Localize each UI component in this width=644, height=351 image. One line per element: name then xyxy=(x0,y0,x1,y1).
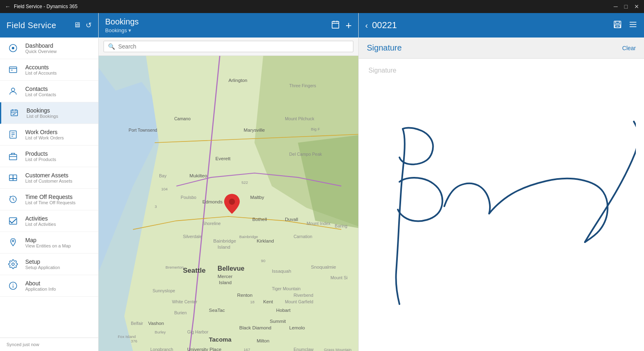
save-icon[interactable] xyxy=(613,20,622,31)
signature-label: Signature xyxy=(368,67,397,74)
svg-rect-2 xyxy=(9,67,17,73)
map-icon xyxy=(7,236,20,249)
sidebar-item-activities[interactable]: Activities List of Activities xyxy=(0,210,98,232)
sidebar-item-bookings[interactable]: Bookings List of Bookings xyxy=(0,102,98,124)
svg-text:Shoreline: Shoreline xyxy=(203,221,221,226)
svg-text:Mount Index: Mount Index xyxy=(307,221,331,226)
svg-text:3: 3 xyxy=(155,204,157,209)
customerassets-icon xyxy=(7,171,20,184)
sidebar-item-timeoff[interactable]: Time Off Requests List of Time Off Reque… xyxy=(0,189,98,210)
setup-icon xyxy=(7,258,20,271)
signature-canvas[interactable]: Signature xyxy=(359,59,644,351)
products-label: Products xyxy=(25,150,56,157)
titlebar-back-btn[interactable]: ← xyxy=(5,3,11,10)
sync-status: Synced just now xyxy=(7,342,39,347)
sidebar-item-dashboard[interactable]: Dashboard Quick Overview xyxy=(0,38,98,59)
svg-text:Big F: Big F xyxy=(311,127,320,131)
bookings-icon xyxy=(8,106,21,119)
svg-point-103 xyxy=(229,199,235,205)
map-container[interactable]: Port Townsend Camano Arlington Three Fin… xyxy=(99,56,358,351)
svg-text:Kent: Kent xyxy=(263,299,273,304)
svg-point-5 xyxy=(11,88,15,91)
minimize-btn[interactable]: ─ xyxy=(614,3,618,10)
timeoff-sublabel: List of Time Off Requests xyxy=(25,200,75,205)
search-icon: 🔍 xyxy=(108,43,115,50)
svg-rect-105 xyxy=(615,21,619,23)
sidebar-item-setup[interactable]: Setup Setup Application xyxy=(0,254,98,275)
about-icon xyxy=(7,279,20,292)
svg-text:Island: Island xyxy=(218,244,230,249)
sidebar-item-customerassets[interactable]: Customer Assets List of Customer Assets xyxy=(0,167,98,189)
search-bar: 🔍 xyxy=(99,38,358,56)
svg-point-31 xyxy=(13,284,13,285)
activities-icon xyxy=(7,214,20,227)
middle-title: Bookings xyxy=(105,17,139,26)
svg-text:Burley: Burley xyxy=(155,330,166,334)
accounts-icon xyxy=(7,63,20,76)
svg-text:Island: Island xyxy=(219,280,232,285)
middle-subtitle: Bookings xyxy=(105,27,127,33)
middle-panel: Bookings Bookings ▾ + 🔍 xyxy=(99,13,359,351)
search-input[interactable] xyxy=(118,43,349,50)
calendar-icon[interactable] xyxy=(331,20,340,31)
signature-section: Signature Clear Signature xyxy=(359,38,644,351)
sidebar-item-workorders[interactable]: Work Orders List of Work Orders xyxy=(0,124,98,146)
svg-text:Burien: Burien xyxy=(174,310,187,315)
sidebar-item-about[interactable]: About Application Info xyxy=(0,275,98,297)
svg-line-24 xyxy=(13,199,14,201)
sidebar-item-accounts[interactable]: Accounts List of Accounts xyxy=(0,59,98,81)
svg-text:18: 18 xyxy=(250,300,255,304)
products-sublabel: List of Products xyxy=(25,157,56,162)
svg-rect-6 xyxy=(11,110,18,116)
maximize-btn[interactable]: □ xyxy=(624,3,628,10)
titlebar-title: Field Service - Dynamics 365 xyxy=(14,4,77,9)
sidebar-display-icon[interactable]: 🖥 xyxy=(73,21,81,30)
svg-text:Hobart: Hobart xyxy=(276,307,291,313)
svg-text:Baring: Baring xyxy=(335,223,347,228)
svg-text:104: 104 xyxy=(161,187,168,191)
svg-text:White Center: White Center xyxy=(172,299,197,304)
svg-text:Marysville: Marysville xyxy=(244,127,265,132)
about-sublabel: Application Info xyxy=(25,287,56,291)
activities-sublabel: List of Activities xyxy=(25,222,56,227)
svg-text:Camano: Camano xyxy=(174,116,190,121)
svg-text:Lemolo: Lemolo xyxy=(289,325,305,330)
svg-text:Tacoma: Tacoma xyxy=(209,336,232,343)
svg-text:Edmonds: Edmonds xyxy=(203,199,223,204)
middle-header: Bookings Bookings ▾ + xyxy=(99,13,358,38)
contacts-sublabel: List of Contacts xyxy=(25,92,56,97)
svg-rect-16 xyxy=(9,155,17,160)
contacts-label: Contacts xyxy=(25,86,56,92)
accounts-label: Accounts xyxy=(25,64,57,71)
timeoff-label: Time Off Requests xyxy=(25,194,75,200)
svg-text:Black Diamond: Black Diamond xyxy=(239,325,271,330)
sidebar-app-title: Field Service xyxy=(7,21,56,30)
sidebar-header: Field Service 🖥 ↺ xyxy=(0,13,98,38)
right-back-btn[interactable]: ‹ xyxy=(365,21,368,30)
clear-button[interactable]: Clear xyxy=(622,45,636,51)
dashboard-label: Dashboard xyxy=(25,42,57,49)
svg-point-28 xyxy=(12,263,14,265)
svg-text:University Place: University Place xyxy=(187,347,221,351)
map-sublabel: View Entities on a Map xyxy=(25,243,71,248)
right-panel: ‹ 00221 Signature Clear Signature xyxy=(359,13,644,351)
right-header: ‹ 00221 xyxy=(359,13,644,38)
svg-rect-18 xyxy=(9,175,13,179)
subtitle-chevron-icon: ▾ xyxy=(128,27,131,33)
svg-text:Everett: Everett xyxy=(216,156,231,161)
sidebar-item-contacts[interactable]: Contacts List of Contacts xyxy=(0,81,98,102)
svg-text:Fox Island: Fox Island xyxy=(118,334,136,339)
signature-title: Signature xyxy=(367,43,402,53)
sidebar-item-products[interactable]: Products List of Products xyxy=(0,146,98,167)
titlebar: ← Field Service - Dynamics 365 ─ □ ✕ xyxy=(0,0,644,13)
svg-text:Summit: Summit xyxy=(270,318,286,324)
menu-icon[interactable] xyxy=(629,20,637,31)
add-icon[interactable]: + xyxy=(346,19,352,32)
sidebar-refresh-icon[interactable]: ↺ xyxy=(86,21,92,30)
svg-text:Mukilteo: Mukilteo xyxy=(190,173,207,178)
svg-text:Sunnyslope: Sunnyslope xyxy=(152,288,175,293)
svg-text:Del Campo Peak: Del Campo Peak xyxy=(289,152,322,157)
sidebar-item-map[interactable]: Map View Entities on a Map xyxy=(0,232,98,254)
close-btn[interactable]: ✕ xyxy=(634,3,639,10)
dashboard-icon xyxy=(7,42,20,55)
